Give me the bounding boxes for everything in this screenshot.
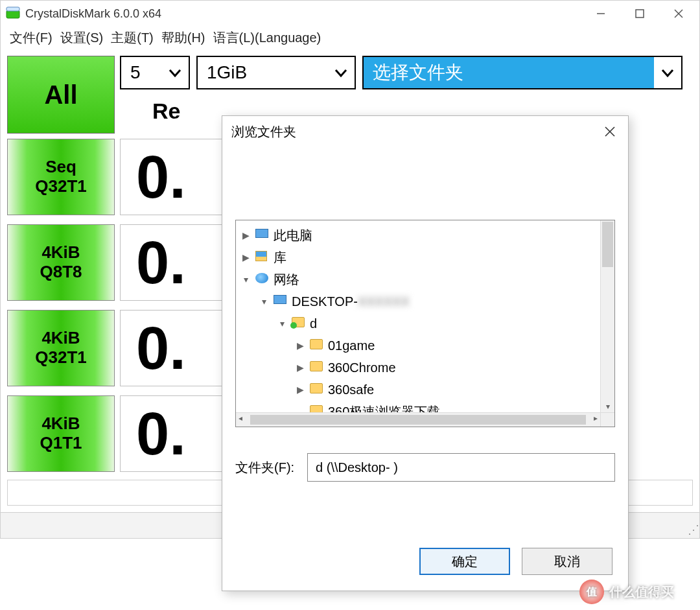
tree-label: DESKTOP-XXXXXX bbox=[292, 294, 410, 309]
test-label: Q32T1 bbox=[35, 348, 87, 368]
scroll-down-icon[interactable]: ▾ bbox=[601, 402, 614, 411]
tree-label: 网络 bbox=[274, 271, 299, 288]
dialog-titlebar[interactable]: 浏览文件夹 bbox=[222, 116, 628, 147]
expand-icon[interactable]: ▶ bbox=[294, 340, 306, 351]
scrollbar-thumb[interactable] bbox=[602, 222, 613, 267]
chevron-down-icon bbox=[654, 57, 681, 88]
4k-q1t1-button[interactable]: 4KiB Q1T1 bbox=[7, 395, 115, 472]
cancel-button[interactable]: 取消 bbox=[522, 548, 612, 575]
folder-icon bbox=[310, 339, 324, 352]
tree-item-folder[interactable]: ▶ 360safe bbox=[240, 379, 611, 401]
close-button[interactable] bbox=[659, 1, 698, 26]
tree-item-library[interactable]: ▶ 库 bbox=[240, 246, 611, 268]
folder-path-input[interactable]: d (\\Desktop- ) bbox=[307, 453, 615, 482]
tree-item-folder[interactable]: ▶ 360Chrome bbox=[240, 357, 611, 379]
scroll-right-icon[interactable]: ▸ bbox=[594, 414, 598, 423]
seq-q32t1-read-value: 0. bbox=[120, 139, 230, 215]
test-label: 4KiB bbox=[41, 243, 80, 263]
tree-label: 360safe bbox=[328, 382, 374, 397]
scrollbar-thumb[interactable] bbox=[250, 415, 586, 425]
window-title: CrystalDiskMark 6.0.0 x64 bbox=[25, 7, 581, 21]
library-icon bbox=[255, 251, 270, 264]
4k-q32t1-button[interactable]: 4KiB Q32T1 bbox=[7, 310, 115, 386]
test-label: Q8T8 bbox=[40, 263, 82, 282]
tree-item-share-d[interactable]: ▾ d bbox=[240, 312, 611, 334]
tree-item-this-pc[interactable]: ▶ 此电脑 bbox=[240, 224, 611, 246]
chevron-down-icon bbox=[330, 65, 352, 80]
4k-q1t1-read-value: 0. bbox=[120, 395, 230, 472]
tree-label: 01game bbox=[328, 338, 375, 353]
chevron-down-icon bbox=[164, 65, 186, 80]
svg-rect-3 bbox=[636, 10, 644, 18]
folder-icon bbox=[310, 383, 324, 396]
test-size-select[interactable]: 1GiB bbox=[196, 56, 356, 89]
menu-settings[interactable]: 设置(S) bbox=[58, 29, 106, 47]
titlebar[interactable]: CrystalDiskMark 6.0.0 x64 bbox=[1, 1, 699, 27]
app-icon bbox=[6, 6, 20, 21]
tree-item-folder[interactable]: ▶ 01game bbox=[240, 334, 611, 357]
svg-rect-0 bbox=[6, 10, 19, 18]
window-controls bbox=[581, 1, 698, 26]
network-icon bbox=[255, 273, 270, 286]
browse-folder-dialog: 浏览文件夹 ▶ 此电脑 ▶ 库 ▾ 网络 bbox=[222, 115, 629, 591]
maximize-button[interactable] bbox=[620, 1, 659, 26]
target-folder-select[interactable]: 选择文件夹 bbox=[362, 56, 682, 89]
resize-grip-icon[interactable]: ⋰ bbox=[688, 522, 697, 537]
scrollbar-corner bbox=[600, 412, 614, 427]
folder-tree[interactable]: ▶ 此电脑 ▶ 库 ▾ 网络 ▾ DESKTOP-XXXXXX bbox=[235, 220, 615, 427]
menu-language[interactable]: 语言(L)(Language) bbox=[211, 29, 324, 47]
computer-icon bbox=[255, 229, 270, 242]
test-label: 4KiB bbox=[41, 414, 80, 434]
test-count-value: 5 bbox=[130, 62, 141, 83]
folder-path-value: d (\\Desktop- ) bbox=[316, 460, 398, 475]
test-label: 4KiB bbox=[41, 329, 80, 348]
4k-q8t8-read-value: 0. bbox=[120, 224, 230, 301]
network-share-icon bbox=[292, 317, 306, 330]
test-label: Q32T1 bbox=[35, 177, 87, 196]
menu-theme[interactable]: 主题(T) bbox=[108, 29, 156, 47]
collapse-icon[interactable]: ▾ bbox=[240, 274, 251, 285]
test-size-value: 1GiB bbox=[207, 62, 247, 83]
tree-label: 此电脑 bbox=[274, 227, 312, 244]
expand-icon[interactable]: ▶ bbox=[240, 252, 251, 263]
svg-rect-1 bbox=[6, 7, 19, 11]
expand-icon[interactable]: ▶ bbox=[294, 362, 306, 373]
expand-icon[interactable]: ▶ bbox=[240, 230, 251, 240]
tree-horizontal-scrollbar[interactable]: ◂ ▸ bbox=[236, 412, 600, 427]
folder-icon bbox=[310, 361, 324, 374]
dialog-close-button[interactable] bbox=[597, 119, 623, 145]
scroll-left-icon[interactable]: ◂ bbox=[239, 414, 242, 423]
menubar: 文件(F) 设置(S) 主题(T) 帮助(H) 语言(L)(Language) bbox=[1, 27, 699, 52]
4k-q32t1-read-value: 0. bbox=[120, 310, 230, 386]
tree-label: d bbox=[310, 316, 317, 331]
folder-path-label: 文件夹(F): bbox=[235, 459, 294, 476]
minimize-button[interactable] bbox=[581, 1, 620, 26]
seq-q32t1-button[interactable]: Seq Q32T1 bbox=[7, 139, 115, 215]
test-count-select[interactable]: 5 bbox=[120, 56, 190, 89]
tree-label: 360Chrome bbox=[328, 360, 396, 375]
menu-file[interactable]: 文件(F) bbox=[7, 29, 55, 47]
menu-help[interactable]: 帮助(H) bbox=[159, 29, 208, 47]
test-label: Seq bbox=[45, 158, 76, 177]
tree-item-network[interactable]: ▾ 网络 bbox=[240, 268, 611, 290]
ok-button[interactable]: 确定 bbox=[419, 548, 510, 575]
expand-icon[interactable]: ▶ bbox=[294, 384, 306, 395]
computer-icon bbox=[274, 295, 288, 308]
collapse-icon[interactable]: ▾ bbox=[258, 296, 270, 307]
tree-vertical-scrollbar[interactable]: ▾ bbox=[600, 220, 614, 412]
all-button[interactable]: All bbox=[7, 56, 115, 134]
dialog-title: 浏览文件夹 bbox=[231, 123, 296, 141]
tree-label: 库 bbox=[274, 249, 286, 266]
test-label: Q1T1 bbox=[40, 434, 82, 453]
4k-q8t8-button[interactable]: 4KiB Q8T8 bbox=[7, 224, 115, 301]
tree-item-desktop-pc[interactable]: ▾ DESKTOP-XXXXXX bbox=[240, 290, 611, 312]
target-folder-value: 选择文件夹 bbox=[373, 60, 463, 85]
collapse-icon[interactable]: ▾ bbox=[276, 318, 288, 329]
